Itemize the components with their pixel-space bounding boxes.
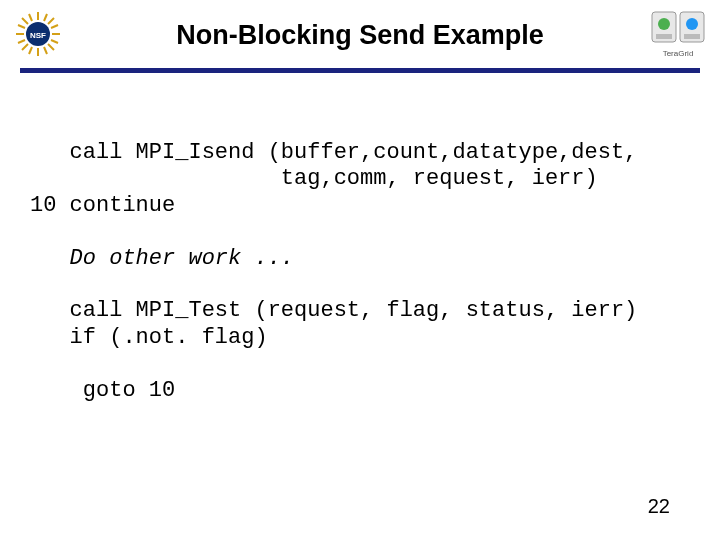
code-block: call MPI_Isend (buffer,count,datatype,de… <box>30 140 690 404</box>
code-line-5: Do other work ... <box>30 246 294 271</box>
code-line-8: if (.not. flag) <box>30 325 268 350</box>
code-line-1: call MPI_Isend (buffer,count,datatype,de… <box>30 140 637 165</box>
title-underline <box>20 68 700 73</box>
page-number: 22 <box>648 495 670 518</box>
code-line-3: 10 continue <box>30 193 175 218</box>
code-line-10: goto 10 <box>30 378 175 403</box>
slide: NSF TeraGrid Non-Blocking Send Example c… <box>0 0 720 540</box>
code-line-2: tag,comm, request, ierr) <box>30 166 598 191</box>
slide-title: Non-Blocking Send Example <box>0 20 720 51</box>
code-line-7: call MPI_Test (request, flag, status, ie… <box>30 298 637 323</box>
